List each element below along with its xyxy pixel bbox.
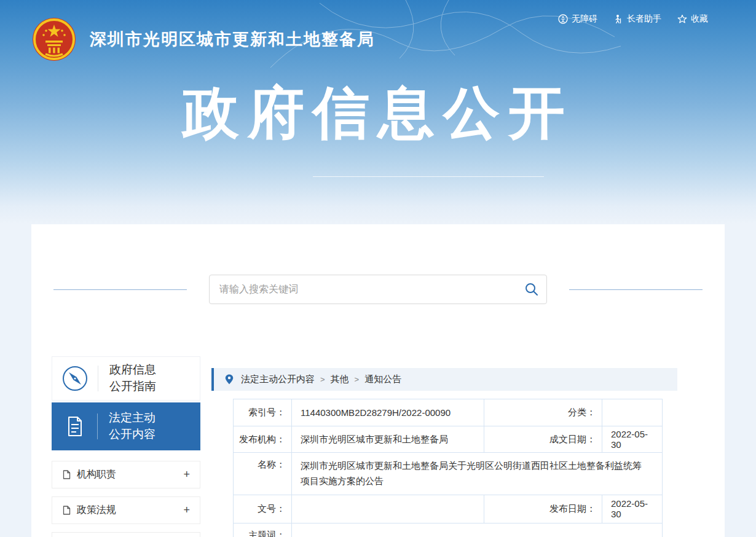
table-row: 名称： 深圳市光明区城市更新和土地整备局关于光明区公明街道西田社区土地整备利益统… — [234, 453, 663, 495]
main-content: 法定主动公开内容 > 其他 > 通知公告 索引号： 11440300MB2D28… — [211, 356, 725, 537]
sidebar: 政府信息 公开指南 法定主动 公开内容 — [52, 356, 200, 537]
doc-number-label: 文号： — [234, 495, 292, 523]
national-emblem — [32, 17, 76, 61]
table-row: 主题词： — [234, 523, 663, 537]
search-button[interactable] — [524, 282, 539, 297]
breadcrumb-separator: > — [355, 375, 360, 384]
accessibility-icon — [558, 14, 568, 24]
written-date-value: 2022-05-30 — [602, 426, 663, 453]
content-row: 政府信息 公开指南 法定主动 公开内容 — [31, 356, 725, 537]
hero-divider — [313, 176, 544, 177]
sidebar-item-statutory-disclosure[interactable]: 法定主动 公开内容 — [52, 402, 200, 450]
info-table: 索引号： 11440300MB2D28279H/2022-00090 分类： 发… — [233, 399, 663, 537]
table-row: 发布机构： 深圳市光明区城市更新和土地整备局 成文日期： 2022-05-30 — [234, 426, 663, 453]
sidebar-item-policies[interactable]: 政策法规 + — [52, 496, 200, 524]
category-label: 分类： — [484, 399, 602, 426]
elder-assistant-label: 长者助手 — [627, 14, 661, 25]
document-icon — [62, 414, 87, 439]
site-title: 深圳市光明区城市更新和土地整备局 — [90, 28, 375, 50]
document-icon-wrap — [52, 414, 97, 439]
elder-icon — [613, 14, 623, 24]
favorite-link[interactable]: 收藏 — [677, 14, 708, 25]
doc-number-value — [292, 495, 484, 523]
sidebar-duties-label: 机构职责 — [77, 468, 116, 481]
publish-date-label: 发布日期： — [484, 495, 602, 523]
index-number-label: 索引号： — [234, 399, 292, 426]
name-value: 深圳市光明区城市更新和土地整备局关于光明区公明街道西田社区土地整备利益统筹项目实… — [292, 453, 663, 495]
breadcrumb-item-notices[interactable]: 通知公告 — [364, 374, 401, 385]
location-pin-icon — [225, 374, 234, 385]
sidebar-statutory-label: 法定主动 公开内容 — [98, 410, 156, 442]
table-row: 文号： 发布日期： 2022-05-30 — [234, 495, 663, 523]
search-icon — [524, 282, 539, 297]
star-icon — [677, 14, 687, 24]
topbar: 无障碍 长者助手 收藏 — [558, 14, 708, 25]
compass-icon-wrap — [52, 365, 98, 392]
expand-plus-icon[interactable]: + — [183, 468, 190, 481]
breadcrumb-item-other[interactable]: 其他 — [331, 374, 349, 385]
sidebar-policies-label: 政策法规 — [77, 504, 116, 517]
page-icon — [62, 470, 71, 479]
search-box — [209, 275, 547, 304]
table-row: 索引号： 11440300MB2D28279H/2022-00090 分类： — [234, 399, 663, 426]
category-value — [602, 399, 663, 426]
site-brand: 深圳市光明区城市更新和土地整备局 — [32, 17, 375, 61]
publisher-value: 深圳市光明区城市更新和土地整备局 — [292, 426, 484, 453]
expand-plus-icon[interactable]: + — [183, 504, 190, 517]
elder-assistant-link[interactable]: 长者助手 — [613, 14, 661, 25]
content-card: 政府信息 公开指南 法定主动 公开内容 — [31, 224, 725, 537]
hero-header: 无障碍 长者助手 收藏 — [0, 0, 756, 224]
breadcrumb-separator: > — [320, 375, 325, 384]
sidebar-item-guide[interactable]: 政府信息 公开指南 — [52, 356, 200, 401]
publish-date-value: 2022-05-30 — [602, 495, 663, 523]
breadcrumb: 法定主动公开内容 > 其他 > 通知公告 — [211, 368, 677, 391]
accessibility-link[interactable]: 无障碍 — [558, 14, 597, 25]
compass-icon — [61, 365, 89, 392]
page-title: 政府信息公开 — [0, 75, 756, 151]
keywords-label: 主题词： — [234, 523, 292, 537]
search-input[interactable] — [210, 275, 546, 304]
publisher-label: 发布机构： — [234, 426, 292, 453]
search-right-rule — [569, 289, 703, 290]
sidebar-item-partial[interactable] — [52, 532, 200, 537]
index-number-value: 11440300MB2D28279H/2022-00090 — [292, 399, 484, 426]
search-left-rule — [53, 289, 187, 290]
accessibility-label: 无障碍 — [572, 14, 597, 25]
written-date-label: 成文日期： — [484, 426, 602, 453]
sidebar-item-duties[interactable]: 机构职责 + — [52, 461, 200, 488]
name-label: 名称： — [234, 453, 292, 495]
keywords-value — [292, 523, 663, 537]
breadcrumb-item-statutory[interactable]: 法定主动公开内容 — [241, 374, 315, 385]
favorite-label: 收藏 — [691, 14, 708, 25]
search-section — [31, 275, 725, 304]
sidebar-guide-label: 政府信息 公开指南 — [98, 362, 156, 394]
page-icon — [62, 506, 71, 515]
